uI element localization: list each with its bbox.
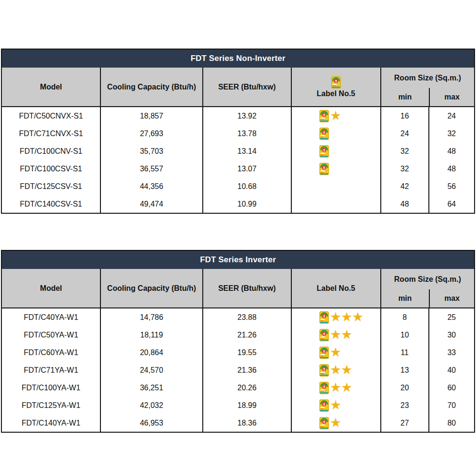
model-cell: FDT/C125CSV-S1 bbox=[2, 178, 100, 195]
spec-grid: Model Cooling Capacity (Btu/h) SEER (Btu… bbox=[2, 269, 474, 432]
label-cell: 5★★ bbox=[291, 361, 380, 379]
seer-cell: 13.92 bbox=[203, 107, 291, 125]
table-row: FDT/C50CNVX-S118,85713.925★1624 bbox=[2, 107, 474, 125]
energy-label-no5-icon: 5 bbox=[319, 145, 329, 158]
model-cell: FDT/C60YA-W1 bbox=[2, 344, 100, 361]
seer-cell: 20.26 bbox=[203, 379, 291, 397]
room-max-cell: 48 bbox=[429, 160, 474, 178]
seer-cell: 21.26 bbox=[203, 326, 291, 344]
column-header-min: min bbox=[381, 88, 429, 106]
column-header-cooling: Cooling Capacity (Btu/h) bbox=[100, 269, 202, 308]
svg-text:5: 5 bbox=[323, 166, 325, 169]
room-min-cell: 8 bbox=[381, 308, 429, 326]
table-title: FDT Series Inverter bbox=[2, 251, 474, 269]
label-cell: 5 bbox=[291, 125, 380, 142]
cooling-capacity-cell: 18,119 bbox=[100, 326, 202, 344]
star-rating-icons: ★★ bbox=[330, 328, 352, 341]
header-row: Model Cooling Capacity (Btu/h) SEER (Btu… bbox=[2, 269, 474, 308]
column-header-model: Model bbox=[2, 68, 100, 107]
model-cell: FDT/C50YA-W1 bbox=[2, 326, 100, 344]
model-cell: FDT/C71YA-W1 bbox=[2, 361, 100, 379]
energy-label-no5-icon: 5 bbox=[319, 110, 329, 122]
star-rating-icons: ★ bbox=[330, 109, 341, 122]
room-max-cell: 80 bbox=[429, 414, 474, 432]
energy-label-no5-icon: 5 bbox=[319, 382, 329, 394]
table-row: FDT/C100CSV-S136,55713.0753248 bbox=[2, 160, 474, 178]
header-row: Model Cooling Capacity (Btu/h) SEER (Btu… bbox=[2, 68, 474, 107]
column-header-room-size: Room Size (Sq.m.) min max bbox=[381, 269, 474, 308]
cooling-capacity-cell: 35,703 bbox=[100, 142, 202, 160]
svg-text:5: 5 bbox=[323, 402, 325, 406]
cooling-capacity-cell: 18,857 bbox=[100, 107, 202, 125]
star-rating-icons: ★ bbox=[330, 416, 341, 429]
room-max-cell: 24 bbox=[429, 107, 474, 125]
table-row: FDT/C50YA-W118,11921.265★★1030 bbox=[2, 326, 474, 344]
room-max-cell: 48 bbox=[429, 142, 474, 160]
room-max-cell: 56 bbox=[429, 178, 474, 195]
room-min-cell: 11 bbox=[381, 344, 429, 361]
table-row: FDT/C71YA-W124,57021.365★★1340 bbox=[2, 361, 474, 379]
cooling-capacity-cell: 42,032 bbox=[100, 397, 202, 414]
column-header-label: 5 Label No.5 bbox=[291, 68, 380, 107]
model-cell: FDT/C140YA-W1 bbox=[2, 414, 100, 432]
svg-text:5: 5 bbox=[323, 314, 325, 317]
table-row: FDT/C125CSV-S144,35610.684256 bbox=[2, 178, 474, 195]
seer-cell: 19.55 bbox=[203, 344, 291, 361]
energy-label-no5-icon: 5 bbox=[319, 399, 329, 412]
label-cell bbox=[291, 195, 380, 213]
room-max-cell: 32 bbox=[429, 125, 474, 142]
room-min-cell: 32 bbox=[381, 160, 429, 178]
svg-text:5: 5 bbox=[323, 148, 325, 151]
table-row: FDT/C140CSV-S149,47410.994864 bbox=[2, 195, 474, 213]
cooling-capacity-cell: 36,251 bbox=[100, 379, 202, 397]
room-max-cell: 33 bbox=[429, 344, 474, 361]
room-max-cell: 30 bbox=[429, 326, 474, 344]
cooling-capacity-cell: 46,953 bbox=[100, 414, 202, 432]
seer-cell: 10.68 bbox=[203, 178, 291, 195]
svg-text:5: 5 bbox=[323, 130, 325, 134]
svg-text:5: 5 bbox=[323, 332, 325, 335]
room-min-cell: 23 bbox=[381, 397, 429, 414]
table-row: FDT/C100YA-W136,25120.265★★2060 bbox=[2, 379, 474, 397]
column-header-room-size: Room Size (Sq.m.) min max bbox=[381, 68, 474, 107]
table-row: FDT/C40YA-W114,78623.885★★★825 bbox=[2, 308, 474, 326]
energy-label-no5-icon: 5 bbox=[319, 417, 329, 429]
column-header-label-text: Label No.5 bbox=[317, 284, 355, 293]
model-cell: FDT/C50CNVX-S1 bbox=[2, 107, 100, 125]
cooling-capacity-cell: 49,474 bbox=[100, 195, 202, 213]
seer-cell: 23.88 bbox=[203, 308, 291, 326]
column-header-model: Model bbox=[2, 269, 100, 308]
cooling-capacity-cell: 44,356 bbox=[100, 178, 202, 195]
model-cell: FDT/C100CNV-S1 bbox=[2, 142, 100, 160]
table-row: FDT/C71CNVX-S127,69313.7852432 bbox=[2, 125, 474, 142]
svg-text:5: 5 bbox=[323, 113, 325, 116]
room-min-cell: 13 bbox=[381, 361, 429, 379]
seer-cell: 10.99 bbox=[203, 195, 291, 213]
seer-cell: 13.07 bbox=[203, 160, 291, 178]
cooling-capacity-cell: 36,557 bbox=[100, 160, 202, 178]
table-row: FDT/C125YA-W142,03218.995★2370 bbox=[2, 397, 474, 414]
room-min-cell: 16 bbox=[381, 107, 429, 125]
svg-text:5: 5 bbox=[335, 79, 337, 82]
inverter-table: FDT Series Inverter Model Cooling Capaci… bbox=[1, 250, 475, 433]
column-header-max: max bbox=[429, 289, 474, 307]
room-min-cell: 32 bbox=[381, 142, 429, 160]
star-rating-icons: ★ bbox=[330, 346, 341, 359]
cooling-capacity-cell: 27,693 bbox=[100, 125, 202, 142]
energy-label-no5-icon: 5 bbox=[319, 364, 329, 377]
model-cell: FDT/C100CSV-S1 bbox=[2, 160, 100, 178]
table-row: FDT/C100CNV-S135,70313.1453248 bbox=[2, 142, 474, 160]
room-min-cell: 24 bbox=[381, 125, 429, 142]
room-max-cell: 70 bbox=[429, 397, 474, 414]
label-cell: 5 bbox=[291, 142, 380, 160]
energy-label-no5-icon: 5 bbox=[331, 76, 341, 89]
seer-cell: 21.36 bbox=[203, 361, 291, 379]
model-cell: FDT/C100YA-W1 bbox=[2, 379, 100, 397]
room-max-cell: 60 bbox=[429, 379, 474, 397]
column-header-label-text: Label No.5 bbox=[317, 89, 355, 98]
room-min-cell: 27 bbox=[381, 414, 429, 432]
room-size-label: Room Size (Sq.m.) bbox=[381, 269, 474, 289]
svg-text:5: 5 bbox=[323, 420, 325, 423]
room-size-label: Room Size (Sq.m.) bbox=[381, 68, 474, 88]
cooling-capacity-cell: 24,570 bbox=[100, 361, 202, 379]
